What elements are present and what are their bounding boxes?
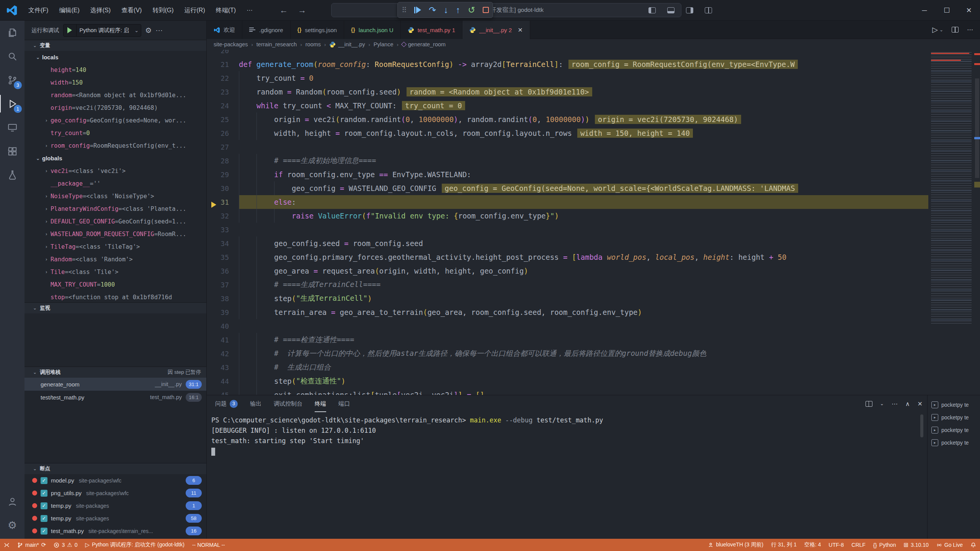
tab--init-py-2[interactable]: __init__.py 2✕ [462, 21, 530, 39]
account-icon[interactable] [0, 490, 24, 514]
launch-config-dropdown[interactable]: Python 调试程序: 启 ⌄ [63, 24, 142, 37]
line-number[interactable]: 42 [207, 350, 239, 358]
breadcrumb-item[interactable]: generate_room [402, 41, 446, 47]
menu-item-6[interactable]: 终端(T) [211, 4, 241, 17]
variable-scope-locals[interactable]: ⌄locals [24, 51, 206, 64]
variable-row[interactable]: ›geo_config = GeoConfig(seed=None, wor..… [24, 114, 206, 127]
line-number[interactable]: 31 [207, 198, 239, 206]
terminal-output[interactable]: PS C:\computer_science\godot-ldtk\site-p… [211, 415, 923, 539]
breadcrumb-item[interactable]: Pylance [374, 41, 394, 47]
close-tab-icon[interactable]: ✕ [518, 26, 523, 34]
line-number[interactable]: 45 [207, 391, 239, 395]
terminal-instance[interactable]: ▸pocketpy te [928, 424, 980, 436]
step-over-button[interactable]: ↷ [429, 6, 436, 15]
line-number[interactable]: 28 [207, 157, 239, 165]
breakpoint-checkbox[interactable]: ✓ [41, 502, 47, 509]
panel-tab-问题[interactable]: 问题3 [215, 395, 238, 412]
terminal-instance[interactable]: ▸pocketpy te [928, 411, 980, 424]
editor-scrollbar[interactable] [974, 50, 980, 395]
variable-row[interactable]: __package__ = '' [24, 177, 206, 190]
menu-item-0[interactable]: 文件(F) [23, 4, 54, 17]
variable-row[interactable]: ›Random = <class 'Random'> [24, 253, 206, 266]
line-number[interactable]: 20 [207, 50, 239, 55]
menu-item-7[interactable]: ··· [241, 4, 258, 17]
breakpoint-row[interactable]: ✓temp.pysite-packages1 [24, 499, 206, 512]
customize-layout-icon[interactable] [705, 7, 712, 13]
variable-row[interactable]: ›PlanetaryWindConfig = <class 'Planeta..… [24, 202, 206, 215]
search-view-icon[interactable] [0, 44, 24, 68]
line-number[interactable]: 21 [207, 60, 239, 68]
start-debug-icon[interactable] [64, 24, 77, 36]
panel-tab-调试控制台[interactable]: 调试控制台 [274, 395, 302, 412]
variable-row[interactable]: random = <Random object at 0x1bf9d01e... [24, 89, 206, 101]
variable-row[interactable]: ›NoiseType = <class 'NoiseType'> [24, 190, 206, 202]
call-stack-frame[interactable]: generate_room__init__.py31:1 [24, 378, 206, 391]
nav-back-icon[interactable]: ← [279, 5, 288, 15]
debug-target-item[interactable]: ▷ Python 调试程序: 启动文件 (godot-ldtk) [81, 539, 188, 551]
notifications-bell-icon[interactable] [967, 539, 980, 551]
line-number[interactable]: 35 [207, 253, 239, 261]
remote-explorer-icon[interactable] [0, 116, 24, 139]
variable-row[interactable]: ›WASTELAND_ROOM_REQUEST_CONFIG = RoomR..… [24, 228, 206, 240]
menu-item-3[interactable]: 查看(V) [116, 4, 147, 17]
panel-more-icon[interactable]: ⋯ [892, 400, 898, 408]
problems-item[interactable]: 3 ⚠ 0 [50, 539, 81, 551]
line-number[interactable]: 41 [207, 336, 239, 344]
run-and-debug-icon[interactable]: 1 [0, 92, 24, 116]
python-runtime[interactable]: ⊞ 3.10.10 [900, 539, 932, 551]
settings-gear-icon[interactable]: ⚙ [0, 514, 24, 537]
terminal-instance[interactable]: ▸pocketpy te [928, 398, 980, 411]
line-number[interactable]: 36 [207, 267, 239, 275]
line-number[interactable]: 43 [207, 364, 239, 372]
line-number[interactable]: 34 [207, 240, 239, 248]
line-number[interactable]: 27 [207, 143, 239, 151]
tab--[interactable]: 欢迎 [207, 21, 242, 39]
terminal-instance[interactable]: ▸pocketpy te [928, 436, 980, 449]
menu-item-1[interactable]: 编辑(E) [54, 4, 85, 17]
line-number[interactable]: 26 [207, 129, 239, 137]
variable-row[interactable]: ›Tile = <class 'Tile'> [24, 266, 206, 278]
variable-row[interactable]: ›DEFAULT_GEO_CONFIG = GeoConfig(seed=1..… [24, 215, 206, 228]
breakpoints-section-header[interactable]: ⌄断点 [24, 463, 206, 474]
breakpoint-row[interactable]: ✓png_utils.pysite-packages\wfc11 [24, 487, 206, 499]
line-number[interactable]: 37 [207, 281, 239, 289]
step-into-button[interactable]: ↓ [444, 6, 448, 15]
maximize-panel-icon[interactable]: ∧ [905, 400, 910, 408]
cursor-position[interactable]: 行 31, 列 1 [767, 539, 800, 551]
drag-grip-icon[interactable]: ⠿ [402, 7, 407, 14]
tab--gdignore[interactable]: .gdignore [242, 21, 291, 39]
menu-item-5[interactable]: 运行(R) [179, 4, 211, 17]
testing-icon[interactable] [0, 163, 24, 187]
breadcrumb-item[interactable]: rooms [305, 41, 321, 47]
continue-button[interactable] [414, 7, 421, 13]
line-number[interactable]: 29 [207, 171, 239, 179]
breadcrumb-item[interactable]: site-packages [214, 41, 248, 47]
line-number[interactable]: 39 [207, 308, 239, 316]
breadcrumb-item[interactable]: terrain_research [256, 41, 297, 47]
line-number[interactable]: 30 [207, 184, 239, 192]
explorer-icon[interactable] [0, 21, 24, 44]
menu-item-2[interactable]: 选择(S) [85, 4, 116, 17]
tab-settings-json[interactable]: {}settings.json [291, 21, 344, 39]
toggle-sidebar-icon[interactable] [648, 7, 656, 13]
toggle-panel-icon[interactable] [667, 7, 675, 13]
panel-tab-端口[interactable]: 端口 [338, 395, 350, 412]
variable-row[interactable]: height = 140 [24, 64, 206, 76]
go-live-item[interactable]: Go Live [933, 539, 967, 551]
variable-row[interactable]: origin = vec2i(7205730, 9024468) [24, 101, 206, 114]
variable-row[interactable]: ›vec2i = <class 'vec2i'> [24, 165, 206, 177]
menu-item-4[interactable]: 转到(G) [147, 4, 179, 17]
language-mode[interactable]: {} Python [869, 539, 900, 551]
extensions-icon[interactable] [0, 139, 24, 163]
variable-scope-globals[interactable]: ⌄globals [24, 152, 206, 165]
stop-button[interactable] [483, 7, 489, 13]
watch-section-header[interactable]: ⌄监视 [24, 302, 206, 313]
variables-section-header[interactable]: ⌄变量 [24, 40, 206, 51]
variable-row[interactable]: stop = <function stop at 0x1bf8d716d [24, 291, 206, 302]
line-number[interactable]: 44 [207, 377, 239, 385]
line-number[interactable]: 23 [207, 88, 239, 96]
split-terminal-icon[interactable] [866, 401, 872, 407]
variable-row[interactable]: width = 150 [24, 76, 206, 89]
line-number[interactable]: 22 [207, 74, 239, 82]
variable-row[interactable]: ›TileTag = <class 'TileTag'> [24, 240, 206, 253]
